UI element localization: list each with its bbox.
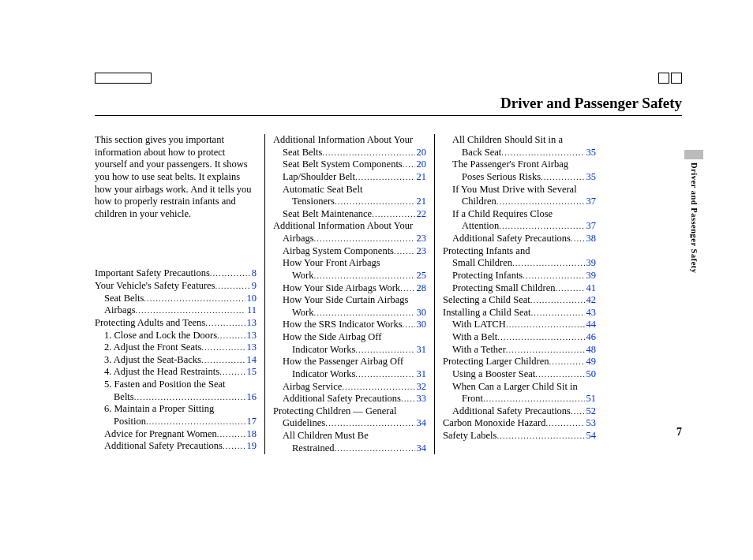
toc-entry[interactable]: How the SRS Indicator Works30 — [273, 319, 426, 331]
toc-entry[interactable]: Seat Belts10 — [95, 293, 257, 305]
toc-entry[interactable]: Protecting Adults and Teens13 — [95, 317, 257, 330]
toc-entry[interactable]: How Your Side Airbags Work28 — [273, 282, 426, 295]
toc-entry[interactable]: 1. Close and Lock the Doors13 — [95, 330, 257, 342]
toc-entry[interactable]: With LATCH44 — [443, 319, 596, 331]
toc-page-link[interactable]: 22 — [415, 208, 427, 221]
toc-entry[interactable]: Indicator Works31 — [273, 368, 426, 381]
toc-page-link[interactable]: 53 — [585, 417, 597, 430]
toc-entry[interactable]: With a Tether48 — [443, 344, 596, 357]
toc-entry[interactable]: Airbag Service32 — [273, 381, 426, 394]
toc-entry[interactable]: Small Children39 — [443, 257, 596, 270]
toc-entry: 6. Maintain a Proper Sitting — [95, 403, 257, 416]
toc-page-link[interactable]: 23 — [415, 245, 427, 258]
toc-page-link[interactable]: 54 — [585, 430, 597, 442]
toc-page-link[interactable]: 46 — [585, 331, 597, 344]
toc-entry[interactable]: With a Belt46 — [443, 331, 596, 344]
toc-page-link[interactable]: 42 — [585, 294, 597, 307]
toc-page-link[interactable]: 51 — [585, 393, 597, 405]
toc-page-link[interactable]: 37 — [585, 196, 597, 208]
toc-page-link[interactable]: 33 — [415, 393, 427, 405]
toc-entry[interactable]: Restrained34 — [273, 442, 426, 455]
toc-page-link[interactable]: 34 — [415, 417, 427, 430]
toc-entry[interactable]: Attention37 — [443, 220, 596, 233]
toc-page-link[interactable]: 21 — [415, 171, 427, 184]
toc-page-link[interactable]: 39 — [585, 270, 597, 282]
toc-entry[interactable]: Selecting a Child Seat42 — [443, 294, 596, 307]
toc-page-link[interactable]: 49 — [585, 356, 597, 368]
toc-entry[interactable]: Work30 — [273, 307, 426, 319]
toc-entry[interactable]: Airbags11 — [95, 304, 257, 317]
toc-page-link[interactable]: 19 — [245, 440, 257, 453]
toc-page-link[interactable]: 21 — [415, 196, 427, 208]
toc-page-link[interactable]: 39 — [585, 257, 597, 270]
toc-entry[interactable]: Position17 — [95, 416, 257, 428]
toc-entry[interactable]: Work25 — [273, 270, 426, 282]
toc-entry[interactable]: Airbags23 — [273, 233, 426, 245]
toc-entry[interactable]: Children37 — [443, 196, 596, 208]
toc-entry[interactable]: Your Vehicle's Safety Features9 — [95, 280, 257, 293]
toc-entry[interactable]: Poses Serious Risks35 — [443, 171, 596, 184]
toc-page-link[interactable]: 23 — [415, 233, 427, 245]
toc-entry[interactable]: Protecting Infants39 — [443, 270, 596, 282]
toc-entry[interactable]: 3. Adjust the Seat-Backs14 — [95, 354, 257, 367]
toc-page-link[interactable]: 30 — [415, 319, 427, 331]
toc-page-link[interactable]: 13 — [245, 342, 257, 354]
toc-page-link[interactable]: 31 — [415, 368, 427, 381]
toc-entry[interactable]: Advice for Pregnant Women18 — [95, 428, 257, 441]
toc-page-link[interactable]: 8 — [250, 267, 257, 280]
toc-page-link[interactable]: 18 — [245, 428, 257, 441]
toc-entry[interactable]: Using a Booster Seat50 — [443, 368, 596, 381]
toc-entry[interactable]: Tensioners21 — [273, 196, 426, 208]
toc-page-link[interactable]: 38 — [585, 233, 597, 245]
toc-page-link[interactable]: 50 — [585, 368, 597, 381]
toc-page-link[interactable]: 35 — [585, 171, 597, 184]
toc-page-link[interactable]: 52 — [585, 405, 597, 418]
toc-page-link[interactable]: 13 — [245, 317, 257, 330]
toc-page-link[interactable]: 35 — [585, 147, 597, 159]
toc-entry[interactable]: Airbag System Components23 — [273, 245, 426, 258]
toc-page-link[interactable]: 37 — [585, 220, 597, 233]
toc-entry[interactable]: 2. Adjust the Front Seats13 — [95, 342, 257, 354]
toc-page-link[interactable]: 20 — [415, 159, 427, 171]
toc-entry[interactable]: Back Seat35 — [443, 147, 596, 159]
toc-entry[interactable]: 4. Adjust the Head Restraints15 — [95, 366, 257, 379]
toc-page-link[interactable]: 34 — [415, 442, 427, 455]
toc-entry[interactable]: Installing a Child Seat43 — [443, 307, 596, 319]
toc-entry[interactable]: Safety Labels54 — [443, 430, 596, 442]
toc-entry[interactable]: Indicator Works31 — [273, 344, 426, 357]
toc-entry[interactable]: Carbon Monoxide Hazard53 — [443, 417, 596, 430]
toc-page-link[interactable]: 30 — [415, 307, 427, 319]
toc-entry[interactable]: Additional Safety Precautions52 — [443, 405, 596, 418]
toc-entry[interactable]: Additional Safety Precautions33 — [273, 393, 426, 405]
toc-entry[interactable]: Seat Belt System Components20 — [273, 159, 426, 171]
toc-entry[interactable]: Additional Safety Precautions19 — [95, 440, 257, 453]
toc-entry[interactable]: Front51 — [443, 393, 596, 405]
toc-leader-dots — [571, 233, 585, 245]
toc-entry[interactable]: Lap/Shoulder Belt21 — [273, 171, 426, 184]
toc-entry[interactable]: Guidelines34 — [273, 417, 426, 430]
toc-page-link[interactable]: 48 — [585, 344, 597, 357]
toc-page-link[interactable]: 44 — [585, 319, 597, 331]
toc-entry[interactable]: Important Safety Precautions8 — [95, 267, 257, 280]
toc-entry[interactable]: Protecting Small Children41 — [443, 282, 596, 295]
toc-entry[interactable]: Belts16 — [95, 391, 257, 404]
toc-page-link[interactable]: 9 — [250, 280, 257, 293]
toc-entry[interactable]: Seat Belts20 — [273, 147, 426, 159]
toc-page-link[interactable]: 32 — [415, 381, 427, 394]
toc-page-link[interactable]: 10 — [245, 293, 257, 305]
toc-page-link[interactable]: 28 — [415, 282, 427, 295]
toc-page-link[interactable]: 13 — [245, 330, 257, 342]
toc-page-link[interactable]: 11 — [245, 304, 257, 317]
toc-entry[interactable]: Protecting Larger Children49 — [443, 356, 596, 368]
toc-page-link[interactable]: 15 — [245, 366, 257, 379]
toc-page-link[interactable]: 20 — [415, 147, 427, 159]
toc-page-link[interactable]: 43 — [585, 307, 597, 319]
toc-page-link[interactable]: 17 — [245, 416, 257, 428]
toc-entry[interactable]: Additional Safety Precautions38 — [443, 233, 596, 245]
toc-entry[interactable]: Seat Belt Maintenance22 — [273, 208, 426, 221]
toc-page-link[interactable]: 31 — [415, 344, 427, 357]
toc-page-link[interactable]: 16 — [245, 391, 257, 404]
toc-page-link[interactable]: 25 — [415, 270, 427, 282]
toc-page-link[interactable]: 41 — [585, 282, 597, 295]
toc-page-link[interactable]: 14 — [245, 354, 257, 367]
